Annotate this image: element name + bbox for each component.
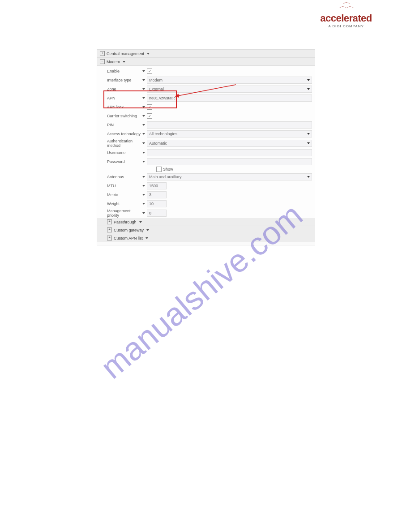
chevron-down-icon[interactable] [142, 142, 145, 144]
chevron-down-icon[interactable] [142, 203, 145, 205]
section-label: Central management [107, 51, 144, 56]
chevron-down-icon[interactable] [142, 161, 145, 163]
config-screenshot: + Central management − Modem Enable ✓ In… [97, 49, 315, 245]
section-custom-apn-list[interactable]: + Custom APN list [97, 234, 315, 242]
field-label: PIN [107, 123, 114, 127]
section-label: Custom gateway [114, 228, 144, 232]
field-label: Enable [107, 69, 120, 73]
mgmt-priority-input[interactable]: 0 [147, 210, 167, 217]
collapse-icon[interactable]: − [100, 59, 105, 64]
row-auth-method: Authentication method Automatic [97, 138, 315, 148]
chevron-down-icon[interactable] [142, 97, 145, 99]
row-mgmt-priority: Management priority 0 [97, 208, 315, 218]
show-label: Show [163, 167, 173, 172]
row-zone: Zone External [97, 85, 315, 94]
chevron-down-icon [123, 61, 125, 63]
expand-icon[interactable]: + [107, 227, 112, 232]
field-label: Metric [107, 193, 118, 197]
select-value: Automatic [149, 141, 167, 146]
row-enable: Enable ✓ [97, 67, 315, 76]
auth-method-select[interactable]: Automatic [147, 140, 312, 147]
field-label: APN [107, 96, 116, 100]
password-input[interactable] [147, 158, 312, 165]
section-central-management[interactable]: + Central management [97, 50, 315, 58]
row-apn-lock: APN lock ✓ [97, 103, 315, 112]
chevron-down-icon[interactable] [142, 106, 145, 108]
field-label: Management priority [107, 209, 141, 218]
field-label: Antennas [107, 175, 124, 179]
chevron-down-icon[interactable] [142, 70, 145, 72]
interface-type-select[interactable]: Modem [147, 77, 312, 84]
field-label: Authentication method [107, 139, 141, 148]
chevron-down-icon [307, 88, 310, 90]
row-antennas: Antennas Main and auxiliary [97, 172, 315, 181]
row-username: Username [97, 148, 315, 157]
chevron-down-icon[interactable] [142, 185, 145, 187]
logo-subtext: A DIGI COMPANY [317, 24, 375, 28]
select-value: External [149, 87, 164, 91]
apn-input[interactable]: ne01.vzwstatic [147, 94, 312, 102]
chevron-down-icon [146, 229, 149, 231]
expand-icon[interactable]: + [107, 236, 112, 240]
row-weight: Weight 10 [97, 199, 315, 208]
weight-input[interactable]: 10 [147, 200, 167, 207]
carrier-switching-checkbox[interactable]: ✓ [147, 113, 152, 119]
row-pin: PIN [97, 120, 315, 129]
field-label: Zone [107, 87, 116, 91]
brand-logo: ⌒⌒⌒ accelerated A DIGI COMPANY [317, 4, 375, 28]
logo-text: accelerated [317, 13, 375, 24]
expand-icon[interactable]: + [107, 219, 112, 224]
enable-checkbox[interactable]: ✓ [147, 69, 152, 74]
chevron-down-icon[interactable] [142, 152, 145, 154]
row-access-technology: Access technology All technologies [97, 129, 315, 138]
show-password-checkbox[interactable] [156, 167, 162, 172]
apn-lock-checkbox[interactable]: ✓ [147, 104, 152, 110]
section-passthrough[interactable]: + Passthrough [97, 218, 315, 226]
section-label: Passthrough [114, 220, 137, 224]
section-label: Custom APN list [114, 236, 143, 240]
access-technology-select[interactable]: All technologies [147, 130, 312, 137]
username-input[interactable] [147, 149, 312, 156]
antennas-select[interactable]: Main and auxiliary [147, 173, 312, 180]
chevron-down-icon[interactable] [142, 88, 145, 90]
select-value: Main and auxiliary [149, 175, 182, 179]
chevron-down-icon [307, 176, 310, 178]
row-mtu: MTU 1500 [97, 181, 315, 190]
field-label: Username [107, 150, 126, 155]
chevron-down-icon [147, 53, 150, 55]
chevron-down-icon [146, 237, 148, 239]
field-label: MTU [107, 184, 116, 188]
field-label: Interface type [107, 78, 132, 82]
metric-input[interactable]: 3 [147, 191, 167, 198]
select-value: All technologies [149, 132, 177, 136]
modem-form: Enable ✓ Interface type Modem Zone Exter… [97, 66, 315, 218]
row-apn: APN ne01.vzwstatic [97, 94, 315, 103]
logo-arc-icon: ⌒⌒⌒ [317, 4, 375, 13]
section-modem[interactable]: − Modem [97, 58, 315, 66]
row-show-password: Show [97, 166, 315, 172]
chevron-down-icon[interactable] [142, 124, 145, 126]
field-label: Access technology [107, 132, 141, 136]
field-label: Carrier switching [107, 114, 137, 118]
chevron-down-icon[interactable] [142, 194, 145, 196]
row-password: Password [97, 157, 315, 166]
footer-divider [36, 495, 375, 495]
zone-select[interactable]: External [147, 86, 312, 93]
chevron-down-icon [307, 133, 310, 135]
chevron-down-icon [307, 142, 310, 144]
field-label: Password [107, 159, 125, 164]
expand-icon[interactable]: + [100, 51, 105, 56]
chevron-down-icon[interactable] [142, 115, 145, 117]
mtu-input[interactable]: 1500 [147, 182, 167, 189]
chevron-down-icon[interactable] [142, 212, 145, 214]
select-value: Modem [149, 78, 163, 82]
row-carrier-switching: Carrier switching ✓ [97, 112, 315, 120]
chevron-down-icon[interactable] [142, 79, 145, 81]
pin-input[interactable] [147, 121, 312, 129]
field-label: Weight [107, 202, 120, 206]
row-metric: Metric 3 [97, 190, 315, 199]
chevron-down-icon[interactable] [142, 133, 145, 135]
chevron-down-icon [307, 79, 310, 81]
section-custom-gateway[interactable]: + Custom gateway [97, 226, 315, 234]
chevron-down-icon[interactable] [142, 176, 145, 178]
